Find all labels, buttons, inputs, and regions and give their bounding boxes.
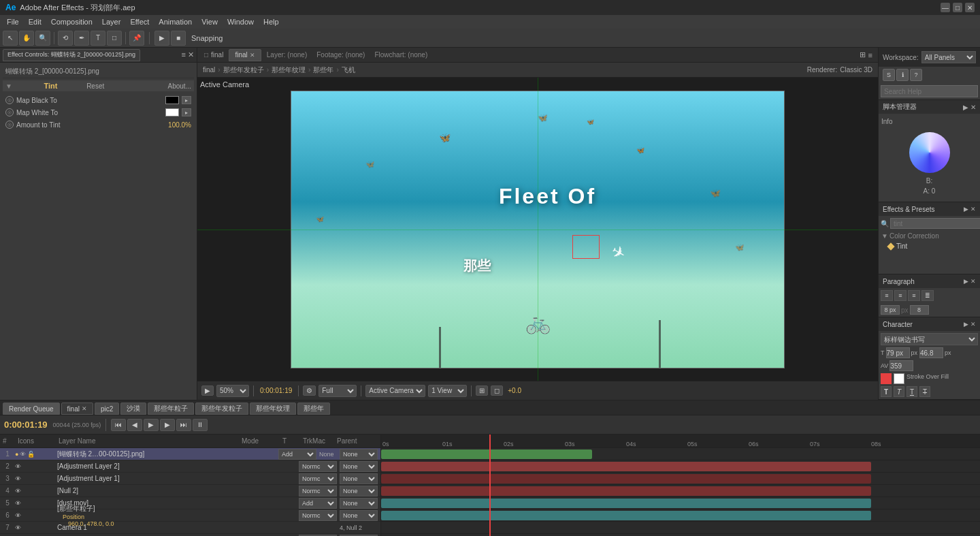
underline-btn[interactable]: T (906, 386, 917, 397)
justify-btn[interactable]: ≣ (921, 290, 934, 301)
kerning-input[interactable] (889, 360, 913, 371)
layer-3-eye[interactable]: 👁 (15, 475, 21, 482)
pen-tool[interactable]: ✒ (74, 31, 89, 46)
black-cycle-icon[interactable]: ◎ (5, 96, 14, 104)
comp-tab-final[interactable]: final ✕ (229, 49, 261, 61)
tl-tab-pic2[interactable]: pic2 (95, 403, 119, 415)
bc-naxie[interactable]: 那些年发粒子 (223, 65, 264, 75)
layer-4-parent[interactable]: None (340, 486, 378, 496)
reset-button[interactable]: Reset (86, 82, 104, 90)
tl-tab-naxie1[interactable]: 那些年粒子 (148, 403, 194, 415)
layer-1-lock[interactable]: 🔓 (27, 451, 35, 458)
tint-effect-item[interactable]: Tint (879, 241, 980, 251)
black-color-swatch[interactable] (165, 96, 179, 104)
camera-select[interactable]: Active Camera (365, 385, 425, 397)
para-expand-icon[interactable]: ▶ (964, 278, 968, 285)
menu-edit[interactable]: Edit (24, 16, 46, 27)
playhead[interactable] (489, 435, 491, 536)
rotate-tool[interactable]: ⟲ (58, 31, 73, 46)
layer-6-mode[interactable]: Normc (299, 510, 337, 521)
menu-composition[interactable]: Composition (47, 16, 97, 27)
expand-icon[interactable]: ▶ (963, 104, 968, 111)
layer-1-mode[interactable]: Add (278, 449, 316, 460)
layer-1-parent[interactable]: None (340, 449, 378, 460)
layer-5-mode[interactable]: Add (299, 498, 337, 509)
bc-naxie3[interactable]: 那些年 (313, 65, 333, 75)
tl-to-end[interactable]: ⏭ (176, 419, 191, 431)
layer-3-mode[interactable]: Normc (299, 473, 337, 484)
layer-1-eye[interactable]: 👁 (20, 451, 26, 458)
italic-btn[interactable]: T (894, 386, 904, 397)
tl-tab-naxie2[interactable]: 那些年发粒子 (195, 403, 248, 415)
table-row[interactable]: 4 👁 [Null 2] Normc None (0, 485, 380, 497)
layer-6-eye[interactable]: 👁 (15, 512, 21, 519)
font-select[interactable]: 标样钢边书写 (881, 333, 978, 345)
tl-ram-preview[interactable]: ⏸ (193, 419, 208, 431)
black-arrow[interactable]: ▸ (182, 96, 191, 104)
bc-final[interactable]: final (203, 66, 215, 74)
color-wheel[interactable] (909, 132, 950, 173)
effects-expand-icon[interactable]: ▶ (964, 206, 968, 212)
align-left-btn[interactable]: ≡ (881, 290, 893, 301)
comp-time-display[interactable]: 0:00:01:19 (258, 387, 294, 394)
comp-settings-btn[interactable]: ⚙ (303, 385, 316, 396)
amount-cycle-icon[interactable]: ◎ (5, 121, 14, 129)
table-row[interactable]: 1 ● 👁 🔓 [蝴蝶转场 2…00-00125].png] Add None … (0, 448, 380, 460)
panel-menu-icon[interactable]: ≡ (182, 50, 186, 59)
strikethrough-btn[interactable]: T (919, 386, 930, 397)
comp-menu-icon[interactable]: ≡ (868, 51, 872, 59)
menu-view[interactable]: View (197, 16, 222, 27)
layer-4-mode[interactable]: Normc (299, 486, 337, 496)
zoom-select[interactable]: 50% 100% 25% (216, 385, 249, 397)
tl-prev-frame[interactable]: ◀ (127, 419, 142, 431)
tl-next-frame[interactable]: ▶ (160, 419, 175, 431)
menu-window[interactable]: Window (223, 16, 258, 27)
layer-6-parent[interactable]: None (340, 510, 378, 521)
grid-btn[interactable]: ⊞ (476, 385, 488, 396)
layer-5-eye[interactable]: 👁 (15, 500, 21, 507)
tl-tab-final[interactable]: final ✕ (61, 403, 93, 415)
comp-viewport[interactable]: Active Camera 🦋 🦋 🦋 🦋 🦋 (197, 78, 878, 381)
tl-tab-naxie3[interactable]: 那些年纹理 (250, 403, 296, 415)
fill-color-swatch[interactable] (894, 373, 904, 384)
leading-input[interactable] (919, 347, 943, 358)
bc-naxie2[interactable]: 那些年纹理 (272, 65, 306, 75)
layer-4-eye[interactable]: 👁 (15, 488, 21, 494)
text-tool[interactable]: T (91, 31, 105, 46)
white-cycle-icon[interactable]: ◎ (5, 108, 14, 116)
shape-tool[interactable]: □ (107, 31, 122, 46)
help-search-input[interactable] (881, 85, 978, 97)
close-button[interactable]: ✕ (965, 3, 975, 12)
timeline-time[interactable]: 0:00:01:19 (4, 420, 48, 430)
tint-toggle[interactable]: ▼ (5, 82, 12, 90)
layer-3-parent[interactable]: None (340, 473, 378, 484)
hand-tool[interactable]: ✋ (19, 31, 34, 46)
stroke-color-swatch[interactable] (881, 373, 892, 384)
render-queue-tab[interactable]: Render Queue (3, 403, 60, 415)
white-color-swatch[interactable] (165, 108, 179, 116)
stop-btn[interactable]: ■ (171, 31, 186, 46)
tl-to-start[interactable]: ⏮ (111, 419, 126, 431)
bold-btn[interactable]: T (881, 386, 892, 397)
script-icon[interactable]: S (883, 69, 895, 81)
align-right-btn[interactable]: ≡ (908, 290, 920, 301)
menu-help[interactable]: Help (259, 16, 283, 27)
panel-close-icon[interactable]: ✕ (188, 50, 194, 59)
char-close-icon[interactable]: ✕ (970, 321, 976, 328)
close-icon[interactable]: ✕ (970, 104, 976, 111)
white-arrow[interactable]: ▸ (182, 108, 191, 116)
color-correction-category[interactable]: ▼ Color Correction (879, 231, 980, 241)
indent-input2[interactable] (910, 305, 929, 315)
select-tool[interactable]: ↖ (3, 31, 18, 46)
menu-file[interactable]: File (3, 16, 23, 27)
font-size-input[interactable] (886, 347, 910, 358)
zoom-tool[interactable]: 🔍 (35, 31, 50, 46)
about-button[interactable]: About... (168, 82, 191, 90)
layer-2-mode[interactable]: Normc (299, 461, 337, 472)
table-row[interactable]: 3 👁 [Adjustment Layer 1] Normc None (0, 473, 380, 485)
table-row[interactable]: 2 👁 [Adjustment Layer 2] Normc None (0, 460, 380, 473)
menu-effect[interactable]: Effect (126, 16, 153, 27)
expand-icon[interactable]: ⊞ (860, 50, 866, 59)
layer-5-parent[interactable]: None (340, 498, 378, 509)
para-close-icon[interactable]: ✕ (970, 278, 976, 285)
